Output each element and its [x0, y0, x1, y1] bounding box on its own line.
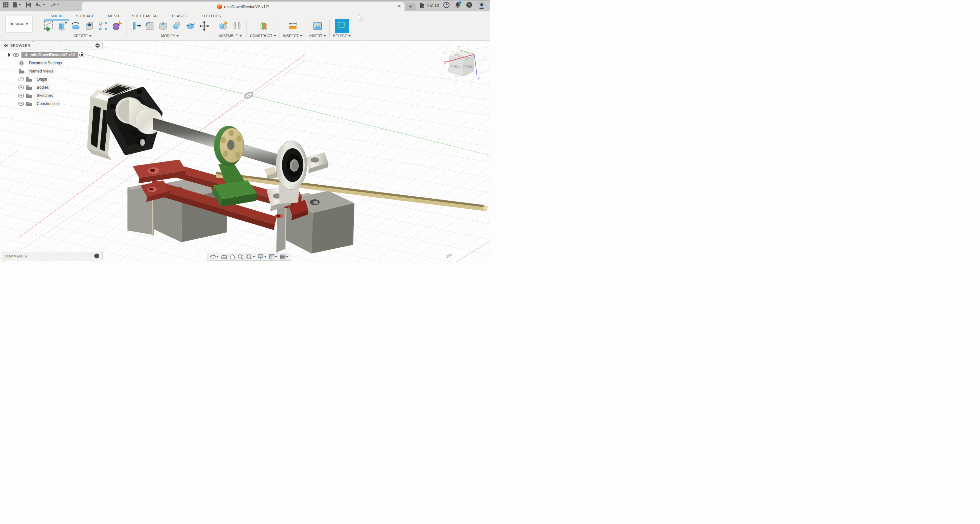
pattern-icon[interactable]: [97, 19, 109, 33]
revolve-icon[interactable]: [70, 19, 82, 33]
create-caret-icon: [89, 35, 92, 37]
shell-icon[interactable]: [157, 19, 169, 33]
viewcube-y-label[interactable]: Y: [458, 45, 460, 50]
user-avatar[interactable]: [478, 2, 485, 10]
folder-icon: [26, 77, 32, 82]
browser-item-origin[interactable]: Origin: [1, 75, 103, 83]
viewcube-x-label[interactable]: X: [444, 60, 446, 65]
collapse-panel-icon[interactable]: [4, 44, 8, 47]
x-axis-line-2[interactable]: [18, 145, 145, 238]
expand-closed-icon[interactable]: [13, 102, 15, 105]
select-menu[interactable]: SELECT: [333, 34, 351, 38]
close-tab-icon[interactable]: ✕: [397, 3, 401, 9]
browser-panel: BROWSER miniDowelDeviceV2 v12 Document S…: [1, 41, 103, 108]
display-settings-tool[interactable]: [258, 254, 266, 259]
split-body-icon[interactable]: [185, 19, 197, 33]
expand-closed-icon[interactable]: [13, 62, 15, 65]
joint-icon[interactable]: [231, 19, 243, 33]
browser-root-row[interactable]: miniDowelDeviceV2 v12: [1, 51, 103, 59]
viewports-tool[interactable]: [280, 254, 288, 259]
select-caret-icon: [348, 35, 351, 37]
modify-menu[interactable]: MODIFY: [161, 34, 179, 38]
comments-bar[interactable]: COMMENTS +: [1, 252, 103, 260]
item-label[interactable]: Document Settings: [27, 60, 64, 66]
component-cube-icon: [24, 52, 29, 57]
browser-item-construction[interactable]: Construction: [1, 100, 103, 108]
press-pull-icon[interactable]: [130, 19, 142, 33]
app-grid-icon[interactable]: [3, 2, 8, 8]
measure-icon[interactable]: [286, 19, 299, 33]
item-label[interactable]: Named Views: [27, 68, 56, 75]
panel-minimize-icon[interactable]: [95, 43, 100, 48]
file-menu-caret-icon: [19, 4, 21, 6]
flange-bearing-3d[interactable]: [212, 126, 257, 207]
gear-icon: [19, 60, 24, 66]
history-clock-icon[interactable]: [443, 2, 450, 10]
insert-menu[interactable]: INSERT: [309, 34, 326, 38]
new-component-icon[interactable]: [217, 19, 229, 33]
expand-open-icon[interactable]: [6, 52, 10, 57]
assemble-menu[interactable]: ASSEMBLE: [218, 34, 242, 38]
activate-component-radio[interactable]: [80, 52, 84, 57]
expand-closed-icon[interactable]: [13, 78, 15, 81]
visibility-eye-off-icon[interactable]: [18, 77, 24, 82]
item-label[interactable]: Construction: [35, 100, 61, 107]
browser-item-bodies[interactable]: Bodies: [1, 83, 103, 91]
fillet-icon[interactable]: [143, 19, 156, 33]
viewcube-z-label[interactable]: Z: [477, 76, 480, 81]
create-sketch-icon[interactable]: [42, 19, 55, 33]
visibility-eye-icon[interactable]: [13, 53, 19, 57]
construct-menu[interactable]: CONSTRUCT: [250, 34, 276, 38]
browser-item-named-views[interactable]: Named Views: [1, 67, 103, 75]
expand-closed-icon[interactable]: [13, 94, 15, 97]
document-tab[interactable]: miniDowelDeviceV2 v12* ✕: [82, 2, 404, 11]
viewport-3d[interactable]: -200: [0, 41, 490, 262]
group-modify: MODIFY: [130, 19, 210, 38]
file-menu-button[interactable]: [13, 2, 21, 8]
x-axis-line[interactable]: [190, 54, 305, 138]
extrude-icon[interactable]: [56, 19, 68, 33]
viewcube-z-axis: [474, 55, 477, 76]
add-comment-icon[interactable]: +: [94, 254, 99, 259]
grid-line: [0, 149, 20, 164]
browser-item-sketches[interactable]: Sketches: [1, 91, 103, 100]
notifications-bell-icon[interactable]: [455, 2, 461, 10]
browser-item-document-settings[interactable]: Document Settings: [1, 59, 103, 67]
move-icon[interactable]: [198, 19, 210, 33]
visibility-eye-icon[interactable]: [18, 94, 24, 97]
undo-caret-icon: [43, 4, 45, 6]
view-cube[interactable]: BOTTOM RIGHT FRONT X Y Z: [441, 43, 489, 87]
combine-icon[interactable]: [171, 19, 183, 33]
visibility-eye-icon[interactable]: [18, 102, 24, 106]
save-button[interactable]: [26, 2, 31, 8]
construct-plane-icon[interactable]: [257, 19, 269, 33]
look-at-tool[interactable]: [221, 254, 227, 259]
expand-closed-icon[interactable]: [13, 86, 15, 89]
select-tool-icon[interactable]: [335, 19, 349, 33]
expand-closed-icon[interactable]: [13, 70, 15, 73]
create-form-icon[interactable]: [111, 19, 123, 33]
item-label[interactable]: Origin: [35, 76, 49, 83]
insert-image-icon[interactable]: [312, 19, 324, 33]
root-component[interactable]: miniDowelDeviceV2 v12: [21, 52, 78, 58]
item-label[interactable]: Bodies: [35, 84, 51, 91]
folder-icon: [19, 69, 24, 73]
new-tab-button[interactable]: +: [406, 3, 415, 10]
grid-caret-icon: [275, 256, 277, 257]
group-insert: INSERT: [309, 19, 326, 38]
pan-tool[interactable]: [230, 254, 235, 259]
zoom-tool[interactable]: ±: [238, 254, 243, 260]
zoom-window-tool[interactable]: [246, 254, 255, 260]
undo-button[interactable]: [35, 2, 45, 8]
redo-button[interactable]: [50, 2, 59, 8]
create-menu[interactable]: CREATE: [73, 34, 92, 38]
workspace-selector[interactable]: DESIGN: [5, 16, 32, 32]
inspect-menu[interactable]: INSPECT: [283, 34, 303, 38]
item-label[interactable]: Sketches: [35, 92, 55, 99]
visibility-eye-icon[interactable]: [18, 86, 24, 89]
group-construct: CONSTRUCT: [250, 19, 276, 38]
grid-layout-tool[interactable]: [269, 254, 277, 259]
help-icon[interactable]: ?: [466, 2, 473, 10]
hole-icon[interactable]: [83, 19, 95, 33]
orbit-tool[interactable]: +: [210, 254, 218, 259]
